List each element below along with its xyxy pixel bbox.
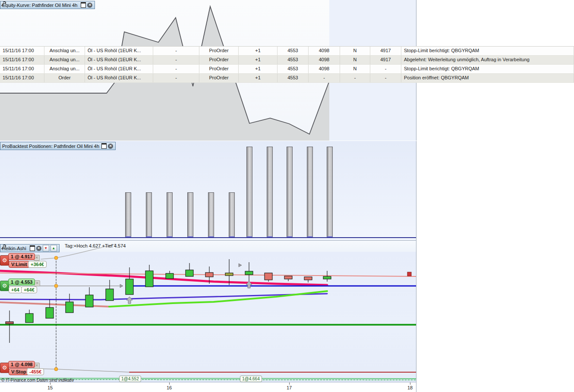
order-log-table: 15/11/16 17:00Anschlag un...Öl - US Rohö…	[0, 46, 574, 83]
position-bar	[125, 192, 131, 237]
order-log-row[interactable]: 15/11/16 17:00Anschlag un...Öl - US Rohö…	[0, 65, 574, 74]
order-log-cell: -	[309, 74, 340, 82]
heikin-panel-tab[interactable]: Heikin-Ashi ✕ ▼ ▲	[0, 244, 60, 252]
order-log-cell: Abgelehnt: Weiterleitung unmöglich, Auft…	[401, 56, 574, 64]
order-log-cell: -	[153, 47, 199, 55]
order-log-cell: ProOrder	[199, 65, 239, 73]
candle	[245, 262, 253, 282]
entry-pnl-badge: +64€	[21, 286, 37, 293]
position-bar	[229, 192, 235, 237]
stop-order-gear-icon[interactable]: ⚙	[0, 363, 9, 373]
order-log-cell: +1	[239, 74, 278, 82]
drag-handle-dot[interactable]	[54, 367, 58, 371]
position-bar	[267, 147, 273, 237]
price-level-badge[interactable]: 1@4.552	[119, 376, 141, 382]
order-log-cell: +1	[239, 65, 278, 73]
candle	[46, 299, 54, 318]
candle	[6, 310, 13, 343]
order-log-cell: 15/11/16 17:00	[0, 65, 44, 73]
buy-arrow-icon[interactable]: ▲	[50, 245, 57, 251]
copyright-label: © IT-Finance.com	[1, 378, 35, 383]
candle	[106, 280, 114, 301]
order-log-row[interactable]: 15/11/16 17:00OrderÖl - US Rohöl (1EUR K…	[0, 74, 574, 83]
window-icon[interactable]	[30, 245, 35, 251]
order-log-cell: -	[153, 74, 199, 82]
candle	[25, 310, 33, 323]
entry-order-gear-icon[interactable]: ⚙	[0, 281, 9, 291]
position-bar	[307, 147, 313, 237]
order-log-cell: Öl - US Rohöl (1EUR K...	[85, 65, 153, 73]
order-log-cell: 15/11/16 17:00	[0, 56, 44, 64]
limit-price-badge[interactable]: 1 @ 4.917	[8, 253, 35, 260]
candle	[126, 267, 133, 295]
order-log-cell: Position eröffnet: QBGYRQAM	[401, 74, 574, 82]
stop-pnl-badge: -455€	[27, 368, 44, 375]
candle	[265, 273, 272, 282]
order-log-row[interactable]: 15/11/16 17:00Anschlag un...Öl - US Rohö…	[0, 56, 574, 65]
limit-order-gear-icon[interactable]: ⚙	[0, 255, 9, 266]
window-icon[interactable]	[81, 2, 86, 8]
remove-entry-icon[interactable]: ✕	[34, 280, 40, 286]
order-log-cell: Order	[44, 74, 85, 82]
candle	[85, 287, 93, 307]
order-log-cell: Stopp-Limit berichtigt: QBGYRQAM	[401, 47, 574, 55]
positions-panel-tab[interactable]: ProBacktest Positionen: Pathfinder Oil M…	[0, 142, 116, 150]
close-icon[interactable]: ✕	[108, 144, 113, 149]
order-log-cell: N	[340, 47, 370, 55]
order-log-cell: +1	[239, 56, 278, 64]
candle	[186, 263, 193, 276]
stop-type-badge[interactable]: V:Stop	[9, 368, 29, 375]
close-icon[interactable]: ✕	[36, 246, 41, 251]
order-log-cell: ProOrder	[199, 74, 239, 82]
close-icon[interactable]: ✕	[87, 3, 92, 8]
position-bar	[146, 192, 152, 237]
order-log-cell: 15/11/16 17:00	[0, 47, 44, 55]
order-log-cell: 4553	[278, 65, 309, 73]
right-arrow-icon	[239, 263, 242, 267]
order-log-row[interactable]: 15/11/16 17:00Anschlag un...Öl - US Rohö…	[0, 47, 574, 56]
order-log-cell: Öl - US Rohöl (1EUR K...	[85, 56, 153, 64]
order-log-cell: -	[153, 65, 199, 73]
buy-marker-arrow-icon	[126, 297, 132, 304]
order-log-cell: -	[340, 74, 370, 82]
order-log-cell: +1	[239, 47, 278, 55]
order-log-cell: 4917	[370, 56, 401, 64]
stop-price-badge[interactable]: 1 @ 4.098	[8, 361, 35, 368]
drag-handle-dot[interactable]	[54, 256, 58, 260]
order-log-cell: 4098	[309, 65, 340, 73]
stop-gray-curve	[39, 369, 129, 372]
heikin-ashi-chart	[0, 241, 416, 392]
sell-arrow-icon[interactable]: ▼	[43, 245, 49, 251]
line-end-handle[interactable]	[407, 272, 411, 276]
order-log-cell: 4553	[278, 74, 309, 82]
candle	[166, 271, 173, 279]
order-log-cell: -	[370, 65, 401, 73]
order-log-cell: 4553	[278, 47, 309, 55]
limit-type-badge[interactable]: V:Limit	[9, 261, 30, 268]
positions-baseline	[0, 237, 416, 238]
order-log-cell: 4917	[370, 47, 401, 55]
candle	[145, 265, 153, 287]
order-log-cell: -	[370, 74, 401, 82]
limit-pnl-badge: +364€	[28, 261, 47, 268]
position-bar	[187, 192, 193, 237]
entry-points-badge: +64	[9, 286, 22, 293]
entry-price-badge[interactable]: 1 @ 4.553	[8, 279, 35, 285]
positions-panel-title: ProBacktest Positionen: Pathfinder Oil M…	[2, 144, 100, 149]
order-log-cell: Anschlag un...	[44, 65, 85, 73]
position-bar	[246, 147, 252, 237]
window-icon[interactable]	[101, 143, 107, 149]
order-log-cell: 15/11/16 17:00	[0, 74, 44, 82]
drag-handle-dot[interactable]	[54, 284, 58, 288]
order-log-cell: Anschlag un...	[44, 56, 85, 64]
data-provider-note: © IT-Finance.com Daten sind indikativ	[1, 378, 74, 383]
position-bar	[327, 147, 333, 237]
price-level-badge[interactable]: 1@4.664	[240, 376, 262, 382]
equity-panel-tab[interactable]: Equity-Kurve: Pathfinder Oil Mini 4h ✕	[0, 1, 95, 9]
candle	[66, 294, 73, 313]
order-log-cell: 4098	[309, 47, 340, 55]
candle	[323, 271, 331, 282]
right-arrow-icon	[120, 284, 123, 288]
order-log-cell: 4553	[278, 56, 309, 64]
order-log-cell: N	[340, 56, 370, 64]
